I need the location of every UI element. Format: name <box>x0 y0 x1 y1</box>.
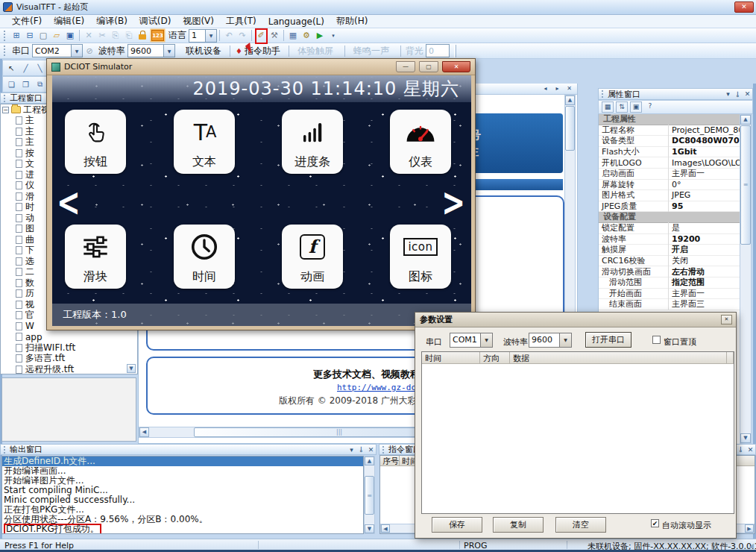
chevron-down-icon[interactable]: ▼ <box>559 333 571 347</box>
open-project-button[interactable]: ⊟ <box>23 29 37 43</box>
help-icon[interactable]: ? <box>644 101 656 113</box>
open-serial-button[interactable]: 打开串口 <box>585 332 631 348</box>
output-log[interactable]: 生成DefineID.h文件... 开始编译画面... 开始编译图片文件... … <box>1 456 364 534</box>
log-column-data[interactable]: 数据 <box>510 352 727 364</box>
column-header-index[interactable]: 序号 <box>380 456 400 465</box>
close-button[interactable]: ✕ <box>442 61 470 72</box>
close-icon[interactable]: ✕ <box>366 446 376 454</box>
group-tool-button[interactable]: ⧉ <box>34 78 46 91</box>
simulator-titlebar[interactable]: DCIOT Simulator — ▢ ✕ <box>47 59 475 75</box>
properties-scrollbar[interactable]: ▲ ≡ ▼ <box>740 114 752 444</box>
nav-left-chevron[interactable]: < <box>57 182 81 222</box>
tree-item[interactable]: 扫描WIFI.tft <box>1 342 137 354</box>
dialog-close-button[interactable]: ✕ <box>721 315 732 324</box>
new-project-button[interactable]: ⊞ <box>10 29 23 43</box>
property-row[interactable]: 图片格式JPEG <box>599 190 740 201</box>
line-tool-button[interactable]: ╱ <box>19 62 32 75</box>
paste-button[interactable]: ⎗ <box>122 29 136 43</box>
download-load-button[interactable]: ⚙ <box>300 29 313 43</box>
redo-button[interactable]: ↷ <box>236 29 249 43</box>
hscroll-right-arrow[interactable]: ▶ <box>745 524 754 533</box>
open-file-button[interactable]: ▱ <box>50 29 63 43</box>
menu-item-language[interactable]: Language(L) <box>262 15 330 28</box>
log-column-time[interactable]: 时间 <box>422 352 480 364</box>
language-select[interactable]: 1 ▼ <box>189 29 217 43</box>
clear-button[interactable]: 清空 <box>555 517 606 533</box>
chevron-down-icon[interactable]: ▾ <box>723 90 733 98</box>
pin-icon[interactable]: ⊸ <box>733 90 743 98</box>
tile-animation[interactable]: f 动画 <box>282 225 343 289</box>
property-row[interactable]: 屏幕旋转0° <box>599 180 740 191</box>
simulate-run-button[interactable]: ▶ <box>313 29 327 43</box>
settings-tool-button[interactable]: ⚒ <box>268 29 281 43</box>
property-row[interactable]: 结束画面主界面三 <box>599 299 740 310</box>
cut-button[interactable]: ✂ <box>95 29 109 43</box>
line-tool-button-2[interactable]: ╲ <box>34 62 46 75</box>
autoscroll-checkbox[interactable]: ✔ <box>651 519 659 527</box>
dialog-port-select[interactable]: COM1 ▼ <box>450 333 493 348</box>
delete-button[interactable]: ✕ <box>82 29 95 43</box>
pin-icon[interactable]: ⊸ <box>356 445 366 454</box>
tile-button[interactable]: 按钮 <box>65 110 126 174</box>
log-column-direction[interactable]: 方向 <box>480 352 510 364</box>
categorize-icon[interactable]: ▦ <box>602 101 614 113</box>
save-button[interactable]: 保存 <box>432 517 482 533</box>
menu-item-compile[interactable]: 编译(B) <box>90 13 133 29</box>
lock-button[interactable] <box>136 29 149 43</box>
tile-icon[interactable]: icon 图标 <box>390 225 451 289</box>
resize-grip[interactable]: ◢ <box>749 542 754 549</box>
undo-button[interactable]: ↶ <box>222 29 236 43</box>
tab-close-icon[interactable]: ✕ <box>564 84 574 93</box>
tile-slider[interactable]: 滑块 <box>65 225 126 289</box>
menu-item-debug[interactable]: 调试(D) <box>133 13 177 29</box>
property-row[interactable]: 触摸屏开启 <box>599 245 740 256</box>
id-display-button[interactable]: 123 <box>151 30 164 41</box>
tile-gauge[interactable]: 仪表 <box>390 110 451 174</box>
tree-scroll-down-arrow[interactable]: ▼ <box>127 364 136 373</box>
output-scrollbar[interactable]: ▲ ≡ ▼ <box>364 456 375 534</box>
property-row[interactable]: 滑动切换画面左右滑动 <box>599 266 740 277</box>
output-line-success[interactable]: DCIOT.PKG打包成功。 <box>2 524 363 534</box>
menu-item-view[interactable]: 视图(V) <box>177 13 220 29</box>
backlight-input[interactable]: 0 <box>426 44 450 57</box>
close-icon[interactable]: ✕ <box>743 90 752 98</box>
serial-log-table[interactable]: 时间 方向 数据 <box>421 351 734 514</box>
tree-item[interactable]: 远程升级.tft <box>1 364 137 374</box>
baud-rate-select[interactable]: 9600 ▼ <box>127 44 175 57</box>
minimize-button[interactable]: — <box>396 61 415 72</box>
hscroll-left-arrow[interactable]: ◀ <box>381 524 390 533</box>
image-icon[interactable]: ▣ <box>630 101 642 113</box>
toolbar-overflow-button[interactable]: ▾ <box>327 29 340 43</box>
tab-scroll-left-icon[interactable]: ◂ <box>541 84 550 93</box>
collapse-icon[interactable]: − <box>2 107 9 113</box>
dialog-titlebar[interactable]: 参数设置 <box>415 313 736 327</box>
batch-grid-button[interactable]: ▦ <box>286 29 300 43</box>
beep-button[interactable]: 蜂鸣一声 <box>353 45 389 57</box>
save-button[interactable]: ▣ <box>63 29 77 43</box>
property-row[interactable]: 开始画面主界面一 <box>599 289 740 300</box>
property-row[interactable]: 波特率19200 <box>599 234 740 245</box>
pin-icon[interactable]: ⊸ <box>736 445 746 454</box>
copy-button[interactable]: ⎘ <box>109 29 122 43</box>
chevron-down-icon[interactable]: ▼ <box>205 30 216 42</box>
property-row[interactable]: 启动画面主界面一 <box>599 169 740 180</box>
tile-progressbar[interactable]: 进度条 <box>282 110 343 174</box>
property-row[interactable]: 锁定配置是 <box>599 223 740 234</box>
chevron-down-icon[interactable]: ▼ <box>163 45 174 57</box>
rect-tool-button-2[interactable]: ❐ <box>19 78 32 91</box>
property-row[interactable]: Flash大小1Gbit <box>599 147 740 158</box>
close-icon[interactable]: ✕ <box>746 446 755 454</box>
window-close-button[interactable]: ✕ <box>734 1 754 13</box>
sort-icon[interactable]: ⇅ <box>616 101 628 113</box>
property-row[interactable]: 滑动范围指定范围 <box>599 277 740 289</box>
copy-button[interactable]: 复制 <box>493 517 544 533</box>
property-row[interactable]: 工程名称Project_DEMO_800480 <box>599 125 740 137</box>
property-row[interactable]: 设备类型DC80480W070 <box>599 136 740 147</box>
property-row[interactable]: CRC16校验关闭 <box>599 256 740 267</box>
menu-item-edit[interactable]: 编辑(E) <box>48 13 90 29</box>
property-row[interactable]: 开机LOGOImages\LOGO\LOGO要 <box>599 157 740 169</box>
tile-text[interactable]: TA 文本 <box>174 110 235 174</box>
menu-item-tools[interactable]: 工具(T) <box>220 13 262 29</box>
new-file-button[interactable]: ▢ <box>37 29 50 43</box>
topmost-checkbox[interactable] <box>652 336 661 344</box>
